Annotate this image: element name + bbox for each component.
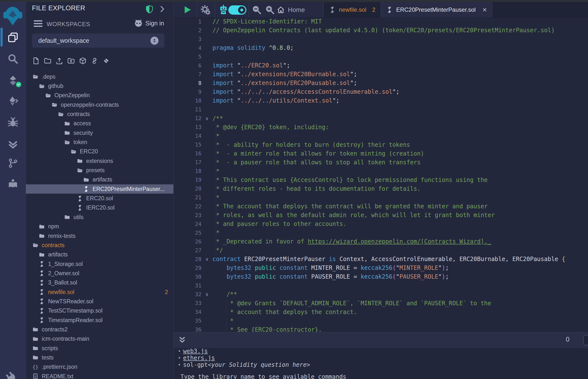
- code-text: * - ability for holders to burn (destroy…: [212, 142, 410, 148]
- tree-item-label: remix-tests: [48, 233, 76, 239]
- activity-unit-testing-icon[interactable]: [0, 136, 26, 151]
- tree-file-README.txt[interactable]: README.txt: [26, 372, 173, 379]
- tree-folder-token[interactable]: token: [26, 138, 173, 147]
- terminal-link[interactable]: ethers.js: [183, 355, 215, 362]
- activity-solidity-compiler-icon[interactable]: [0, 73, 26, 88]
- terminal-output[interactable]: •web3.js•ethers.js•sol-gpt <your Solidit…: [177, 348, 582, 379]
- filetext-icon: [32, 373, 39, 379]
- tree-file-newfile.sol[interactable]: newfile.sol2: [26, 287, 173, 297]
- folder-icon: [32, 336, 39, 342]
- tree-file-IERC20.sol[interactable]: IERC20.sol: [26, 203, 173, 212]
- tree-folder-scripts[interactable]: scripts: [26, 344, 173, 353]
- tree-file-ERC20.sol[interactable]: ERC20.sol: [26, 194, 173, 203]
- tree-folder-artifacts[interactable]: artifacts: [26, 175, 173, 184]
- line-number: 2: [174, 27, 201, 33]
- activity-learneth-icon[interactable]: [0, 176, 26, 191]
- tree-item-label: utils: [74, 214, 83, 221]
- sign-in-button[interactable]: Sign in: [134, 19, 164, 27]
- git-clone-icon[interactable]: [102, 56, 110, 65]
- chevron-right-icon[interactable]: [158, 5, 166, 13]
- code-line-4: 4pragma solidity ^0.8.0;: [174, 44, 588, 52]
- script-config-gear-icon[interactable]: [198, 2, 213, 17]
- code-text: import "../extensions/ERC20Burnable.sol"…: [212, 71, 357, 78]
- hamburger-menu-icon[interactable]: [33, 19, 43, 28]
- tree-file-.prettierrc.json[interactable]: {}.prettierrc.json: [26, 363, 173, 372]
- tree-folder-contracts[interactable]: contracts: [26, 240, 173, 250]
- plugin-manager-icon[interactable]: [3, 369, 21, 379]
- run-script-button[interactable]: [180, 2, 195, 17]
- code-line-25: 25 *: [174, 228, 588, 237]
- command-placeholder: <your Solidity question here>: [208, 362, 310, 368]
- terminal-search-input[interactable]: [583, 335, 588, 345]
- tree-folder-openzeppelin-contracts[interactable]: openzeppelin-contracts: [26, 100, 173, 110]
- tree-folder-extensions[interactable]: extensions: [26, 156, 173, 166]
- folder-icon: [39, 252, 45, 258]
- code-editor[interactable]: 1// SPDX-License-Identifier: MIT2// Open…: [174, 17, 588, 332]
- tree-folder-.deps[interactable]: .deps: [26, 72, 173, 81]
- tab-ERC20PresetMinterPauser.sol[interactable]: ERC20PresetMinterPauser.sol×: [381, 2, 492, 17]
- fold-chevron-icon[interactable]: ∨: [201, 291, 212, 297]
- tree-file-ERC20PresetMinterPauser...[interactable]: ERC20PresetMinterPauser...: [26, 184, 173, 194]
- tree-folder-github[interactable]: github: [26, 81, 173, 91]
- tree-folder-tests[interactable]: tests: [26, 353, 173, 362]
- solidity-file-icon: [386, 7, 393, 13]
- tab-newfile.sol[interactable]: newfile.sol2: [324, 2, 381, 17]
- tree-folder-utils[interactable]: utils: [26, 212, 173, 222]
- tree-folder-ERC20[interactable]: ERC20: [26, 147, 173, 156]
- workspace-select[interactable]: default_workspace: [32, 33, 164, 47]
- tree-file-3_Ballot.sol[interactable]: 3_Ballot.sol: [26, 278, 173, 287]
- tree-folder-remix-tests[interactable]: remix-tests: [26, 231, 173, 240]
- activity-file-explorer-icon[interactable]: [0, 30, 26, 45]
- tree-file-TestSCTimestamp.sol[interactable]: TestSCTimestamp.sol: [26, 306, 173, 316]
- close-tab-icon[interactable]: ×: [482, 6, 487, 14]
- new-file-icon[interactable]: [32, 56, 40, 65]
- terminal-link[interactable]: web3.js: [183, 348, 208, 355]
- activity-search-icon[interactable]: [0, 51, 26, 66]
- tree-file-TimestampReader.sol[interactable]: TimestampReader.sol: [26, 316, 173, 325]
- remix-logo-icon[interactable]: [0, 3, 26, 26]
- folderopen-icon: [45, 93, 51, 98]
- code-text: * account that deploys the contract.: [212, 309, 357, 316]
- fold-chevron-icon[interactable]: ∨: [201, 115, 212, 121]
- line-number: 6: [174, 63, 201, 69]
- activity-deploy-run-icon[interactable]: [0, 94, 26, 109]
- tree-folder-access[interactable]: access: [26, 119, 173, 128]
- link-icon[interactable]: [91, 56, 98, 65]
- tree-folder-presets[interactable]: presets: [26, 166, 173, 175]
- home-tab-button[interactable]: Home: [277, 2, 305, 17]
- line-number: 28: [174, 256, 201, 262]
- solidity-file-icon: [329, 7, 336, 13]
- tree-file-NewTSReader.sol[interactable]: NewTSReader.sol: [26, 297, 173, 306]
- upload-file-icon[interactable]: [55, 56, 63, 65]
- folderopen-icon: [32, 74, 39, 79]
- folder-icon: [39, 233, 45, 239]
- activity-debugger-icon[interactable]: [0, 115, 26, 130]
- activity-git-icon[interactable]: [0, 156, 26, 171]
- code-text: * @dev Grants `DEFAULT_ADMIN_ROLE`, `MIN…: [212, 300, 491, 307]
- tree-file-2_Owner.sol[interactable]: 2_Owner.sol: [26, 268, 173, 278]
- code-text: // SPDX-License-Identifier: MIT: [212, 18, 322, 25]
- code-text: // OpenZeppelin Contracts (last updated …: [212, 27, 555, 34]
- folderopen-icon: [51, 102, 58, 108]
- code-text: contract ERC20PresetMinterPauser is Cont…: [212, 256, 565, 263]
- tree-folder-artifacts[interactable]: artifacts: [26, 250, 173, 259]
- ipfs-cube-icon[interactable]: [79, 56, 87, 65]
- line-number: 23: [174, 212, 201, 218]
- code-line-13: 13 * @dev {ERC20} token, including:: [174, 123, 588, 132]
- line-number: 33: [174, 300, 201, 306]
- upload-folder-icon[interactable]: [67, 56, 75, 65]
- zoom-out-icon[interactable]: [250, 2, 263, 17]
- terminal-expand-icon[interactable]: [179, 336, 186, 344]
- tree-folder-OpenZeppelin[interactable]: OpenZeppelin: [26, 91, 173, 100]
- zoom-in-icon[interactable]: [263, 2, 277, 17]
- code-text: bytes32 public constant PAUSER_ROLE = ke…: [212, 273, 449, 280]
- tree-file-1_Storage.sol[interactable]: 1_Storage.sol: [26, 259, 173, 268]
- tree-folder-contracts2[interactable]: contracts2: [26, 325, 173, 334]
- new-folder-icon[interactable]: [44, 56, 51, 65]
- fold-chevron-icon[interactable]: ∨: [201, 256, 212, 262]
- tree-folder-contracts[interactable]: contracts: [26, 110, 173, 119]
- tree-folder-npm[interactable]: npm: [26, 222, 173, 231]
- tree-folder-icm-contracts-main[interactable]: icm-contracts-main: [26, 334, 173, 344]
- ai-copilot-toggle[interactable]: [228, 5, 246, 15]
- tree-folder-security[interactable]: security: [26, 128, 173, 138]
